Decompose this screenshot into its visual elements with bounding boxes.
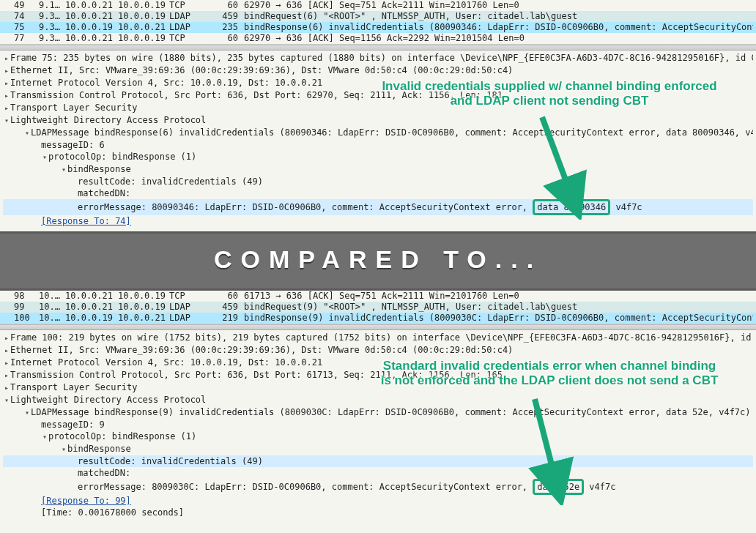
tree-matched-dn[interactable]: matchedDN: — [3, 187, 753, 199]
pane-splitter[interactable] — [0, 45, 756, 51]
tree-ldap[interactable]: ▾Lightweight Directory Access Protocol — [3, 394, 753, 406]
caret-down-icon[interactable]: ▾ — [23, 407, 31, 419]
caret-down-icon[interactable]: ▾ — [3, 115, 10, 127]
caret-right-icon[interactable]: ▸ — [3, 382, 10, 394]
tree-message-id[interactable]: messageID: 9 — [3, 419, 753, 430]
tree-error-message[interactable]: errorMessage: 8009030C: LdapErr: DSID-0C… — [3, 479, 753, 495]
packet-tree-top[interactable]: ▸Frame 75: 235 bytes on wire (1880 bits)… — [0, 51, 756, 231]
tree-bind-response[interactable]: ▾bindResponse — [3, 443, 753, 455]
tree-ip[interactable]: ▸Internet Protocol Version 4, Src: 10.0.… — [3, 77, 753, 89]
tree-frame[interactable]: ▸Frame 100: 219 bytes on wire (1752 bits… — [3, 332, 753, 344]
tree-protocol-op[interactable]: ▾protocolOp: bindResponse (1) — [3, 430, 753, 443]
caret-right-icon[interactable]: ▸ — [3, 90, 10, 102]
tree-message-id[interactable]: messageID: 6 — [3, 139, 753, 151]
packet-list-bottom[interactable]: 9810.…10.0.0.2110.0.0.19TCP6061713 → 636… — [0, 291, 756, 324]
tree-tcp[interactable]: ▸Transmission Control Protocol, Src Port… — [3, 89, 753, 102]
caret-down-icon[interactable]: ▾ — [60, 164, 67, 176]
tree-ethernet[interactable]: ▸Ethernet II, Src: VMware_39:69:36 (00:0… — [3, 344, 753, 357]
highlight-box: data 52e — [533, 479, 584, 495]
tree-tcp[interactable]: ▸Transmission Control Protocol, Src Port… — [3, 369, 753, 381]
caret-right-icon[interactable]: ▸ — [3, 345, 10, 357]
packet-row[interactable]: 9810.…10.0.0.2110.0.0.19TCP6061713 → 636… — [0, 291, 756, 302]
compared-to-banner: COMPARED TO... — [0, 231, 756, 291]
caret-down-icon[interactable]: ▾ — [3, 395, 10, 406]
caret-right-icon[interactable]: ▸ — [3, 370, 10, 381]
highlight-box: data 80090346 — [533, 199, 610, 215]
tree-bind-response[interactable]: ▾bindResponse — [3, 163, 753, 176]
tree-time[interactable]: [Time: 0.001678000 seconds] — [3, 507, 753, 518]
caret-right-icon[interactable]: ▸ — [3, 102, 10, 114]
caret-down-icon[interactable]: ▾ — [41, 431, 48, 443]
tree-error-message[interactable]: errorMessage: 80090346: LdapErr: DSID-0C… — [3, 199, 753, 215]
caret-right-icon[interactable]: ▸ — [3, 65, 10, 77]
packet-row[interactable]: 759.3…10.0.0.1910.0.0.21LDAP235bindRespo… — [0, 22, 756, 33]
packet-row[interactable]: 10010.…10.0.0.1910.0.0.21LDAP219bindResp… — [0, 313, 756, 324]
tree-result-code[interactable]: resultCode: invalidCredentials (49) — [3, 176, 753, 187]
tree-matched-dn[interactable]: matchedDN: — [3, 467, 753, 479]
pane-splitter[interactable] — [0, 324, 756, 330]
packet-row[interactable]: 9910.…10.0.0.2110.0.0.19LDAP459bindReque… — [0, 302, 756, 313]
tree-ldap-message[interactable]: ▾LDAPMessage bindResponse(6) invalidCred… — [3, 127, 753, 139]
packet-row[interactable]: 749.3…10.0.0.2110.0.0.19LDAP459bindReque… — [0, 11, 756, 22]
tree-tls[interactable]: ▸Transport Layer Security — [3, 102, 753, 114]
caret-right-icon[interactable]: ▸ — [3, 53, 10, 64]
tree-response-to[interactable]: [Response To: 74] — [3, 215, 753, 227]
tree-frame[interactable]: ▸Frame 75: 235 bytes on wire (1880 bits)… — [3, 52, 753, 64]
packet-row[interactable]: 779.3…10.0.0.2110.0.0.19TCP6062970 → 636… — [0, 33, 756, 44]
tree-ldap[interactable]: ▾Lightweight Directory Access Protocol — [3, 114, 753, 127]
tree-ethernet[interactable]: ▸Ethernet II, Src: VMware_39:69:36 (00:0… — [3, 64, 753, 77]
packet-row[interactable]: 499.1…10.0.0.2110.0.0.19TCP6062970 → 636… — [0, 0, 756, 11]
caret-down-icon[interactable]: ▾ — [60, 444, 67, 455]
tree-protocol-op[interactable]: ▾protocolOp: bindResponse (1) — [3, 151, 753, 163]
packet-list-top[interactable]: 499.1…10.0.0.2110.0.0.19TCP6062970 → 636… — [0, 0, 756, 45]
tree-ip[interactable]: ▸Internet Protocol Version 4, Src: 10.0.… — [3, 357, 753, 369]
tree-response-to[interactable]: [Response To: 99] — [3, 495, 753, 507]
caret-down-icon[interactable]: ▾ — [41, 152, 48, 163]
caret-right-icon[interactable]: ▸ — [3, 332, 10, 344]
tree-result-code[interactable]: resultCode: invalidCredentials (49) — [3, 455, 753, 467]
tree-tls[interactable]: ▸Transport Layer Security — [3, 381, 753, 394]
caret-right-icon[interactable]: ▸ — [3, 357, 10, 369]
caret-right-icon[interactable]: ▸ — [3, 78, 10, 89]
packet-tree-bottom[interactable]: ▸Frame 100: 219 bytes on wire (1752 bits… — [0, 330, 756, 523]
tree-ldap-message[interactable]: ▾LDAPMessage bindResponse(9) invalidCred… — [3, 406, 753, 419]
caret-down-icon[interactable]: ▾ — [23, 127, 31, 139]
